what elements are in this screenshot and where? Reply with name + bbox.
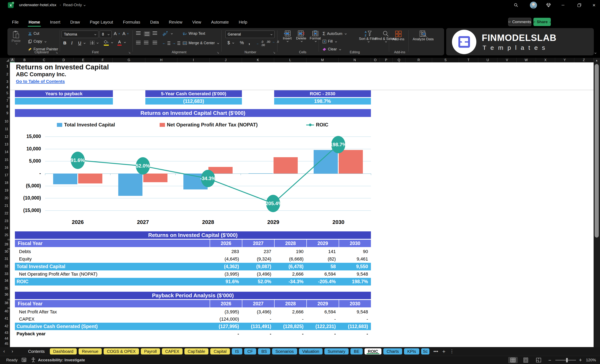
add-ins-button[interactable]: Add-ins (393, 31, 404, 41)
new-sheet-button[interactable]: + (442, 348, 445, 355)
align-middle-button[interactable] (144, 31, 150, 36)
ribbon-tab-help[interactable]: Help (234, 18, 252, 26)
row-header-30[interactable]: 30 (5, 250, 8, 254)
align-top-button[interactable] (136, 31, 141, 35)
normal-view-button[interactable] (508, 357, 518, 363)
macro-record-icon[interactable] (21, 357, 27, 363)
cell-value[interactable]: (82) (306, 255, 339, 263)
column-header-Q[interactable]: Q (393, 58, 405, 62)
increase-decimal-button[interactable]: ←.0.00 (256, 40, 265, 47)
table-row[interactable]: Debts28323719014190 (15, 248, 371, 255)
sort-filter-button[interactable]: AZ Sort & Filter (359, 31, 377, 42)
row-header-19[interactable]: 19 (5, 189, 8, 192)
clipboard-dialog-launcher[interactable]: ↘ (56, 51, 58, 54)
cell-value[interactable]: (4,362) (210, 263, 242, 270)
sheet-tab-cf[interactable]: CF (244, 348, 256, 355)
sheet-tab-valuation[interactable]: Valuation (299, 348, 323, 355)
copy-button[interactable]: Copy (28, 39, 46, 44)
column-header-Z[interactable]: Z (574, 58, 594, 62)
row-header-10[interactable]: 10 (5, 120, 8, 123)
sheet-nav-prev-icon[interactable]: ‹ (0, 349, 8, 354)
avatar[interactable] (530, 2, 537, 9)
cell-value[interactable]: 6,594 (306, 270, 339, 278)
accounting-format-button[interactable]: $ (227, 40, 234, 46)
cut-button[interactable]: Cut (28, 31, 39, 36)
row-header-18[interactable]: 18 (5, 181, 8, 185)
column-header-N[interactable]: N (339, 58, 371, 62)
fill-button[interactable]: Fill (323, 39, 337, 44)
ribbon-tab-insert[interactable]: Insert (46, 18, 65, 26)
vertical-scrollbar[interactable]: ▲ (594, 58, 600, 347)
cell-value[interactable]: 6,594 (306, 308, 339, 316)
ribbon-tab-data[interactable]: Data (146, 18, 163, 26)
cell-value[interactable]: - (306, 316, 339, 323)
bold-button[interactable]: B (63, 40, 66, 46)
row-header-9[interactable]: 9 (6, 111, 8, 115)
table-row[interactable]: Net Operating Profit After Tax (NOPAT)(3… (15, 270, 371, 278)
table-row[interactable]: Equity(4,645)(9,324)(6,668)(82)9,461 (15, 255, 371, 263)
page-break-view-button[interactable] (534, 357, 543, 363)
collapse-ribbon-chevron-icon[interactable] (594, 51, 596, 55)
cell-value[interactable]: -34.3% (274, 278, 306, 285)
sheet-tab-scenarios[interactable]: Scenarios (272, 348, 297, 355)
ribbon-tab-review[interactable]: Review (164, 18, 187, 26)
column-header-S[interactable]: S (432, 58, 459, 62)
cell-value[interactable]: 91.6% (210, 278, 242, 285)
ribbon-tab-file[interactable]: File (8, 18, 23, 26)
row-header-2[interactable]: 2 (6, 73, 8, 76)
sheet-tab-is[interactable]: IS (232, 348, 242, 355)
cell-value[interactable]: - (274, 316, 306, 323)
sheet-tab-captable[interactable]: CapTable (184, 348, 209, 355)
wrap-text-button[interactable]: ab Wrap Text (183, 31, 205, 36)
ribbon-tab-automate[interactable]: Automate (206, 18, 234, 26)
column-header-G[interactable]: G (113, 58, 145, 62)
row-header-5[interactable]: 5 (6, 91, 8, 95)
decrease-decimal-button[interactable]: .00→.0 (266, 40, 279, 43)
cell-value[interactable]: - (242, 330, 274, 337)
delete-cells-button[interactable]: Delete (296, 31, 306, 42)
cell-value[interactable]: - (339, 330, 371, 337)
row-header-4[interactable]: 4 (6, 86, 8, 89)
number-format-combobox[interactable]: General (225, 31, 275, 38)
column-header-M[interactable]: M (306, 58, 339, 62)
row-header-31[interactable]: 31 (5, 257, 8, 261)
cell-value[interactable]: (124,000) (210, 316, 242, 323)
ribbon-tab-home[interactable]: Home (24, 18, 45, 26)
more-sheets-icon[interactable]: ••• (433, 349, 438, 354)
page-layout-view-button[interactable] (521, 357, 531, 363)
alignment-dialog-launcher[interactable]: ↘ (217, 51, 219, 54)
ribbon-tab-formulas[interactable]: Formulas (119, 18, 145, 26)
cell-value[interactable]: (6,478) (274, 263, 306, 270)
column-header-F[interactable]: F (93, 58, 113, 62)
underline-button[interactable]: U (78, 40, 85, 46)
column-header-P[interactable]: P (380, 58, 393, 62)
document-title[interactable]: underwater-hotel.xlsx - Read-Only (19, 3, 85, 7)
cell-value[interactable]: - (274, 330, 306, 337)
cell-value[interactable]: (128,825) (274, 323, 306, 330)
cell-value[interactable]: (3,496) (242, 270, 274, 278)
cell-value[interactable]: 58 (306, 263, 339, 270)
cell-value[interactable]: (112,683) (339, 323, 371, 330)
italic-button[interactable]: I (71, 40, 73, 46)
row-header-35[interactable]: 35 (5, 287, 8, 290)
select-all-corner[interactable] (0, 58, 10, 62)
table-row[interactable]: Payback year----- (15, 330, 371, 337)
table-row[interactable]: ROIC91.6%52.0%-34.3%-205.4%198.7% (15, 278, 371, 285)
row-header-38[interactable]: 38 (5, 301, 8, 305)
cell-value[interactable]: 52.0% (242, 278, 274, 285)
cell-value[interactable]: 90 (339, 248, 371, 255)
row-header-25[interactable]: 25 (5, 233, 8, 237)
cell-value[interactable]: (3,496) (242, 308, 274, 316)
row-header-32[interactable]: 32 (5, 264, 8, 268)
cell-value[interactable]: 283 (210, 248, 242, 255)
premium-diamond-icon[interactable] (545, 2, 552, 8)
sheet-area[interactable]: Returns on Invested CapitalABC Company I… (10, 62, 594, 347)
row-header-17[interactable]: 17 (5, 173, 8, 177)
row-header-15[interactable]: 15 (5, 158, 8, 162)
vertical-scroll-thumb[interactable] (595, 64, 599, 237)
cell-value[interactable]: (6,668) (274, 255, 306, 263)
cell-value[interactable]: 9,548 (339, 270, 371, 278)
cell-value[interactable]: 2,666 (274, 308, 306, 316)
increase-indent-button[interactable]: → (172, 41, 180, 45)
cell-value[interactable]: - (242, 316, 274, 323)
